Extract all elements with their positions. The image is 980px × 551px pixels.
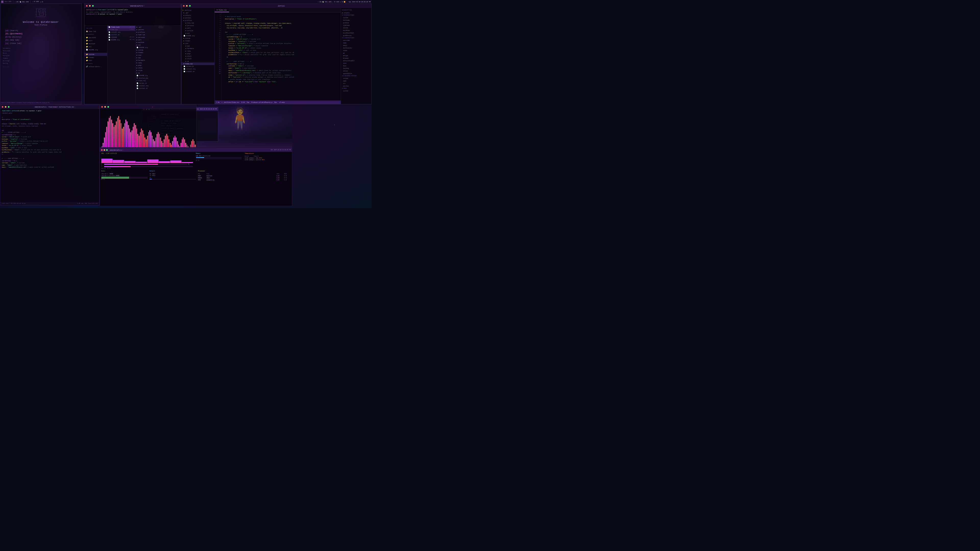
outline-sys-locale[interactable]: locale <box>341 27 371 29</box>
tree-personal[interactable]: ▶ personal <box>181 24 215 27</box>
outline-usr-browser[interactable]: browser <box>341 57 371 59</box>
fm-dir-shell[interactable]: ▶ shell <box>135 67 181 69</box>
bookmark-config[interactable]: Config <box>3 62 79 65</box>
fm-dir-personal[interactable]: ▶ personal <box>135 36 181 38</box>
fm-file-installorg2[interactable]: 📄 install.org <box>135 84 181 87</box>
fm-item-external[interactable]: 🔗 octave-works-… <box>84 65 107 68</box>
workspace-tag-1[interactable]: ⊞ <box>1 0 3 3</box>
tree-lang[interactable]: ▶ lang <box>181 50 215 52</box>
tree-installorg[interactable]: 📄 install.org <box>181 68 215 70</box>
bookmark-writings[interactable]: Writings <box>3 60 79 62</box>
tree-system[interactable]: ▶ system <box>181 37 215 40</box>
fm-dir-hardware[interactable]: ▶ hardware <box>135 59 181 62</box>
tree-app[interactable]: ▶ app <box>181 44 215 47</box>
tree-harden[interactable]: 📄 harden.sh <box>181 65 215 68</box>
outline-usr-dotfilesdir[interactable]: dotfilesDir <box>341 47 371 49</box>
bookmark-documents[interactable]: Documents <box>3 47 79 50</box>
outline-usr-username[interactable]: username <box>341 39 371 41</box>
fm-dir-patches[interactable]: ▶ patches <box>135 28 181 31</box>
outline-usr-wmtype[interactable]: wmType <box>341 54 371 57</box>
tree-shell[interactable]: ▶ shell <box>181 55 215 57</box>
outline-usr-spawnedit[interactable]: spawnEditor <box>341 72 371 75</box>
fm-file-readme2[interactable]: 📄 README.org <box>135 46 181 49</box>
outline-sys-grubdevice[interactable]: grubDevice <box>341 34 371 37</box>
qute-menu-history[interactable]: [S h] [History] <box>5 35 76 39</box>
bookmark-downloads[interactable]: Downloads <box>3 50 79 52</box>
fm-item-user[interactable]: 📁 user <box>84 59 107 62</box>
code-tab-flakenix[interactable]: ❄ flake.nix <box>215 8 229 12</box>
tree-style[interactable]: ▶ style <box>181 57 215 60</box>
fm-dir-git[interactable]: ▶ .git <box>135 26 181 28</box>
fm-file-installsh[interactable]: 📄 install.sh <box>107 33 135 36</box>
fm-dir-work[interactable]: ▶ work <box>135 38 181 41</box>
tree-patches[interactable]: ▶ patches <box>181 17 215 19</box>
outline-usr-defaultroamdir[interactable]: defaultRoamDir <box>341 59 371 62</box>
outline-usr-theme[interactable]: theme <box>341 49 371 52</box>
tree-worklab[interactable]: ▶ worklab <box>181 29 215 32</box>
code-btn-max[interactable] <box>189 5 191 6</box>
qute-menu-search[interactable]: [o] [Search] <box>5 29 76 32</box>
workspace-tags[interactable]: ⊞ Tech 100% ⚡ 20% 🐏 400s 100% ♪ 25 100% … <box>0 0 186 3</box>
fm-item-homelab[interactable]: 🏠 home lab <box>84 30 107 33</box>
outline-usr-name[interactable]: name <box>341 41 371 44</box>
fm-dir-wsl[interactable]: ▶ wsl <box>135 44 181 46</box>
fm-btn-max[interactable] <box>92 5 94 6</box>
bookmark-pictures[interactable]: Pictures <box>3 55 79 57</box>
term-files-close[interactable] <box>2 106 3 108</box>
tree-homelab[interactable]: ▶ home lab <box>181 22 215 24</box>
tree-readmeorg[interactable]: 📄 README.org <box>181 35 215 37</box>
viz-max[interactable] <box>107 106 109 108</box>
qute-menu-closetab[interactable]: [x] [Close tab] <box>5 42 76 45</box>
qute-menu-newtab[interactable]: [t] [New tab] <box>5 38 76 42</box>
tree-outputs[interactable]: ◆ outputs <box>181 14 215 17</box>
outline-pkgs-system[interactable]: system <box>341 89 371 92</box>
fm-file-flakenix2[interactable]: ❄ flake.nix <box>135 79 181 82</box>
term-files-max[interactable] <box>8 106 10 108</box>
viz-close[interactable] <box>101 106 103 108</box>
code-text-content[interactable]: # description block description = "Flake… <box>222 13 341 100</box>
fm-dir-themes[interactable]: ▶ themes <box>135 51 181 54</box>
outline-nix-patches[interactable]: patches <box>341 85 371 87</box>
fm-item-worklab[interactable]: 📁 worklab <box>84 42 107 45</box>
fm-file-flakelock[interactable]: 📄 flake.lock 27.5 K <box>107 26 135 28</box>
outline-sys-bootmountpath[interactable]: bootMountPath <box>341 32 371 34</box>
outline-usr-email[interactable]: email <box>341 44 371 47</box>
tree-wm[interactable]: ▶ wm <box>181 60 215 62</box>
outline-sys-timezone[interactable]: timezone <box>341 24 371 27</box>
code-btn-close[interactable] <box>183 5 185 6</box>
tree-work[interactable]: ▶ work <box>181 27 215 29</box>
tree-git[interactable]: ▶ .git <box>181 11 215 14</box>
outline-usr-editor[interactable]: editor <box>341 70 371 72</box>
fm-btn-min[interactable] <box>89 5 91 6</box>
qute-menu-quickmarks[interactable]: [b] [Quickmarks] <box>5 32 76 35</box>
fm-item-themes[interactable]: 📁 themes <box>84 56 107 59</box>
fm-dir-profiles[interactable]: ▶ profiles <box>135 31 181 33</box>
tree-themes[interactable]: ▶ themes <box>181 40 215 42</box>
fm-item-wsl[interactable]: 📁 wsl <box>84 45 107 48</box>
fm-item-personal[interactable]: 📁 personal <box>84 36 107 39</box>
htop-max[interactable] <box>106 149 108 151</box>
htop-min[interactable] <box>103 149 105 151</box>
outline-usr-fontpkg[interactable]: fontPkg <box>341 67 371 70</box>
outline-sys-profile[interactable]: profile <box>341 21 371 24</box>
outline-nix-name[interactable]: name <box>341 79 371 82</box>
fm-dir-style[interactable]: ▶ style <box>135 69 181 72</box>
outline-usr-wm[interactable]: wm <box>341 52 371 54</box>
fm-dir-lang[interactable]: ▶ lang <box>135 62 181 64</box>
fm-dir-app[interactable]: ▶ app <box>135 56 181 59</box>
outline-nix-src[interactable]: src <box>341 82 371 85</box>
outline-usr-font[interactable]: font <box>341 65 371 67</box>
fm-dir-homelab[interactable]: ▶ home lab <box>135 33 181 36</box>
fm-dir-worklab[interactable]: ▶ worklab <box>135 41 181 44</box>
tree-pkgs[interactable]: ▶ pkgs <box>181 52 215 55</box>
fm-file-desktop[interactable]: 🖼 desktop.png <box>135 77 181 79</box>
fm-dir-system[interactable]: ▶ system <box>135 49 181 51</box>
fm-file-flakenix[interactable]: ❄ flake.nix 2.26 K <box>107 28 135 31</box>
fm-dir-user[interactable]: ▶ user <box>135 54 181 56</box>
bookmark-music[interactable]: Music <box>3 52 79 55</box>
tree-installsh[interactable]: 📄 install.sh <box>181 70 215 73</box>
tree-dotfiles[interactable]: ▼ .dotfiles <box>181 9 215 11</box>
fm-btn-close[interactable] <box>86 5 88 6</box>
tree-profiles[interactable]: ▶ profiles <box>181 19 215 22</box>
fm-dir-wm[interactable]: ▶ wm <box>135 72 181 74</box>
